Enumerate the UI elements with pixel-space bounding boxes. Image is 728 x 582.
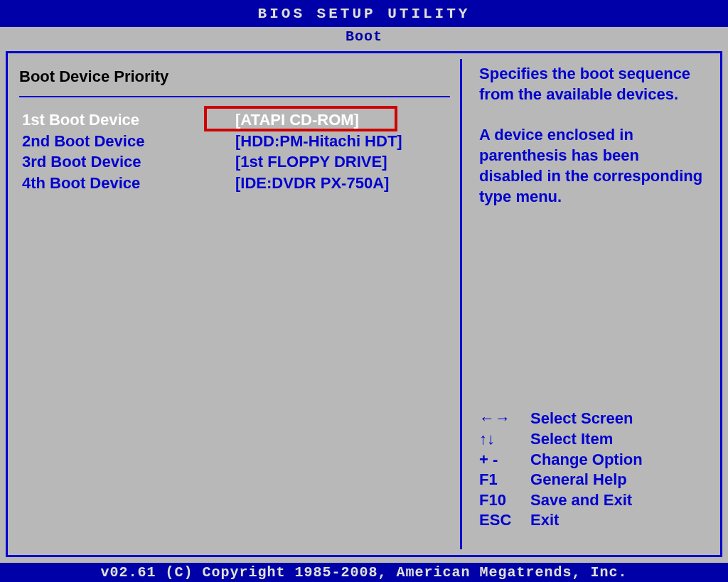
boot-device-value: [IDE:DVDR PX-750A] [235,173,389,194]
boot-device-label: 1st Boot Device [22,110,235,131]
tab-boot[interactable]: Boot [336,27,392,46]
left-panel: Boot Device Priority 1st Boot Device [AT… [12,59,462,549]
key-symbol: F10 [479,490,530,511]
boot-device-4[interactable]: 4th Boot Device [IDE:DVDR PX-750A] [22,173,450,194]
boot-device-3[interactable]: 3rd Boot Device [1st FLOPPY DRIVE] [22,152,450,173]
key-hint-select-item: ↑↓ Select Item [479,429,706,450]
key-description: Exit [530,510,559,531]
key-description: Change Option [530,450,643,470]
help-text: Specifies the boot sequence from the ava… [479,63,706,227]
key-symbol: ESC [479,510,530,531]
header-bar: BIOS SETUP UTILITY [0,0,728,27]
key-hint-general-help: F1 General Help [479,470,706,490]
boot-device-2[interactable]: 2nd Boot Device [HDD:PM-Hitachi HDT] [22,131,450,152]
key-hints: ←→ Select Screen ↑↓ Select Item + - Chan… [479,409,706,545]
boot-device-label: 2nd Boot Device [22,131,235,152]
key-description: Select Screen [530,409,633,429]
section-title: Boot Device Priority [19,63,450,97]
key-symbol: + - [479,450,530,470]
key-symbol: ←→ [479,409,530,429]
key-description: Save and Exit [530,490,632,511]
bios-title: BIOS SETUP UTILITY [258,6,471,22]
key-hint-select-screen: ←→ Select Screen [479,409,706,429]
boot-device-list: 1st Boot Device [ATAPI CD-ROM] 2nd Boot … [19,110,450,193]
key-symbol: ↑↓ [479,429,530,450]
right-panel: Specifies the boot sequence from the ava… [462,59,716,549]
tab-row: Boot [0,27,728,45]
boot-device-value: [1st FLOPPY DRIVE] [235,152,387,173]
boot-device-label: 3rd Boot Device [22,152,235,173]
key-symbol: F1 [479,470,530,490]
boot-device-label: 4th Boot Device [22,173,235,194]
footer-bar: v02.61 (C) Copyright 1985-2008, American… [0,563,728,582]
key-description: Select Item [530,429,613,450]
main-box: Boot Device Priority 1st Boot Device [AT… [6,51,722,557]
boot-device-1[interactable]: 1st Boot Device [ATAPI CD-ROM] [22,110,450,131]
key-hint-save-exit: F10 Save and Exit [479,490,706,511]
footer-text: v02.61 (C) Copyright 1985-2008, American… [100,564,627,581]
content-area: Boot Device Priority 1st Boot Device [AT… [0,45,728,563]
help-para-1: Specifies the boot sequence from the ava… [479,63,706,104]
key-hint-change-option: + - Change Option [479,450,706,470]
key-description: General Help [530,470,627,490]
boot-device-value: [ATAPI CD-ROM] [235,110,359,131]
boot-device-value: [HDD:PM-Hitachi HDT] [235,131,402,152]
key-hint-exit: ESC Exit [479,510,706,531]
help-para-2: A device enclosed in parenthesis has bee… [479,124,706,207]
